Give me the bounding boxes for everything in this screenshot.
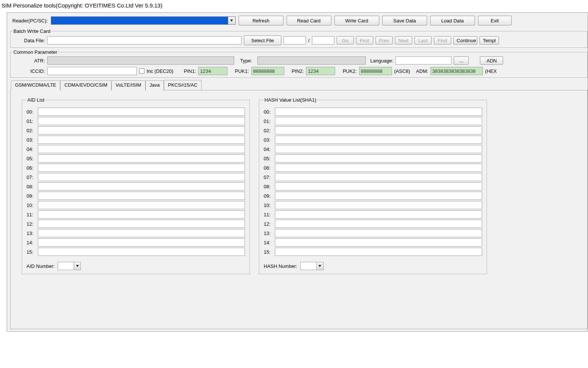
list-item-input[interactable] <box>275 210 482 219</box>
list-item-input[interactable] <box>38 108 245 116</box>
list-item-input[interactable] <box>275 220 482 228</box>
common-parameter-group: Common Parameter ATR: Type: Language: ..… <box>10 49 588 78</box>
exit-button[interactable]: Exit <box>478 16 512 25</box>
list-item-input[interactable] <box>275 182 482 191</box>
pin1-field[interactable] <box>198 67 227 75</box>
list-item-input[interactable] <box>38 126 245 134</box>
tab-gsm[interactable]: GSM/WCDMA/LTE <box>11 80 60 90</box>
list-item-input[interactable] <box>38 173 245 181</box>
list-item: 15: <box>27 248 245 256</box>
list-item-input[interactable] <box>275 108 482 116</box>
list-item-input[interactable] <box>38 164 245 172</box>
save-data-button[interactable]: Save Data <box>382 16 427 25</box>
list-item: 03: <box>27 136 245 144</box>
list-item-input[interactable] <box>38 201 245 209</box>
aid-number-select[interactable] <box>58 262 81 270</box>
list-item-input[interactable] <box>38 117 245 125</box>
list-item: 13: <box>264 229 482 237</box>
list-item-input[interactable] <box>38 145 245 153</box>
list-item-input[interactable] <box>38 182 245 191</box>
list-item: 12: <box>264 220 482 228</box>
list-item-input[interactable] <box>275 173 482 181</box>
pin2-label: PIN2: <box>292 68 304 74</box>
tab-volte[interactable]: VoLTE/ISIM <box>111 80 145 90</box>
prev-button[interactable]: Prev <box>376 36 393 44</box>
list-item: 02: <box>264 126 482 134</box>
list-item: 15: <box>264 248 482 256</box>
load-data-button[interactable]: Load Data <box>430 16 475 25</box>
puk1-field[interactable] <box>251 67 284 75</box>
puk2-field[interactable] <box>359 67 392 75</box>
hash-list-legend: HASH Value List(SHA1) <box>264 97 317 103</box>
list-item-input[interactable] <box>38 220 245 228</box>
list-item-input[interactable] <box>38 192 245 200</box>
data-file-input[interactable] <box>47 36 242 44</box>
next-button[interactable]: Next <box>395 36 412 44</box>
template-button[interactable]: Templ <box>480 36 499 44</box>
hash-list-group: HASH Value List(SHA1) 00:01:02:03:04:05:… <box>259 97 487 274</box>
list-item-input[interactable] <box>275 229 482 237</box>
go-button[interactable]: Go <box>337 36 354 44</box>
list-item: 04: <box>264 145 482 153</box>
list-item-input[interactable] <box>38 136 245 144</box>
list-item-input[interactable] <box>275 145 482 153</box>
list-item-label: 12: <box>27 221 38 227</box>
continue-button[interactable]: Continue <box>453 36 477 44</box>
list-item-input[interactable] <box>275 117 482 125</box>
tab-pkcs15[interactable]: PKCS#15/AC <box>164 80 202 90</box>
select-file-button[interactable]: Select File <box>244 35 281 45</box>
list-item-input[interactable] <box>275 238 482 247</box>
tab-java[interactable]: Java <box>146 80 164 90</box>
list-item-input[interactable] <box>275 192 482 200</box>
list-item: 05: <box>264 154 482 163</box>
list-item-input[interactable] <box>38 248 245 256</box>
inc-label: Inc (DEC20) <box>147 68 174 74</box>
pin2-field[interactable] <box>306 67 335 75</box>
list-item-input[interactable] <box>38 229 245 237</box>
list-item-input[interactable] <box>275 136 482 144</box>
list-item-input[interactable] <box>38 210 245 219</box>
batch-legend: Batch Write Card <box>13 28 51 34</box>
read-card-button[interactable]: Read Card <box>287 16 331 25</box>
reader-select[interactable] <box>51 16 236 25</box>
language-browse-button[interactable]: ... <box>454 56 469 65</box>
list-item-input[interactable] <box>275 164 482 172</box>
list-item-input[interactable] <box>38 154 245 163</box>
list-item-label: 04: <box>27 146 38 152</box>
first-button[interactable]: First <box>356 36 373 44</box>
reader-select-value <box>51 17 228 24</box>
hash-number-select[interactable] <box>300 262 324 270</box>
iccid-field[interactable] <box>47 67 137 75</box>
tab-cdma[interactable]: CDMA/EVDO/CSIM <box>60 80 111 90</box>
list-item-input[interactable] <box>275 154 482 163</box>
aid-number-label: AID Number: <box>27 263 55 269</box>
language-field[interactable] <box>395 56 451 65</box>
list-item-input[interactable] <box>275 126 482 134</box>
list-item-input[interactable] <box>38 238 245 247</box>
hash-list-rows: 00:01:02:03:04:05:06:07:08:09:10:11:12:1… <box>264 108 482 256</box>
app-title: SIM Personalize tools(Copyright: OYEITIM… <box>0 0 588 12</box>
list-item-label: 11: <box>264 212 275 217</box>
last-button[interactable]: Last <box>414 36 432 44</box>
list-item-label: 04: <box>264 146 275 152</box>
batch-index-b[interactable] <box>312 36 334 44</box>
adm-field[interactable] <box>431 67 483 75</box>
inc-checkbox[interactable] <box>139 68 144 74</box>
data-file-label: Data File: <box>13 38 45 43</box>
list-item: 13: <box>27 229 245 237</box>
list-item-label: 08: <box>27 184 38 189</box>
refresh-button[interactable]: Refresh <box>239 16 284 25</box>
find-button[interactable]: Find <box>434 36 451 44</box>
iccid-label: ICCID: <box>13 68 45 74</box>
list-item: 07: <box>27 173 245 181</box>
list-item-label: 13: <box>27 231 38 236</box>
adn-button[interactable]: ADN <box>480 56 503 65</box>
list-item-input[interactable] <box>275 248 482 256</box>
list-item: 10: <box>264 201 482 209</box>
write-card-button[interactable]: Write Card <box>334 16 379 25</box>
batch-index-a[interactable] <box>284 36 306 44</box>
list-item-input[interactable] <box>275 201 482 209</box>
aid-list-group: AID List 00:01:02:03:04:05:06:07:08:09:1… <box>22 97 250 274</box>
list-item-label: 03: <box>264 137 275 143</box>
list-item-label: 06: <box>264 165 275 171</box>
